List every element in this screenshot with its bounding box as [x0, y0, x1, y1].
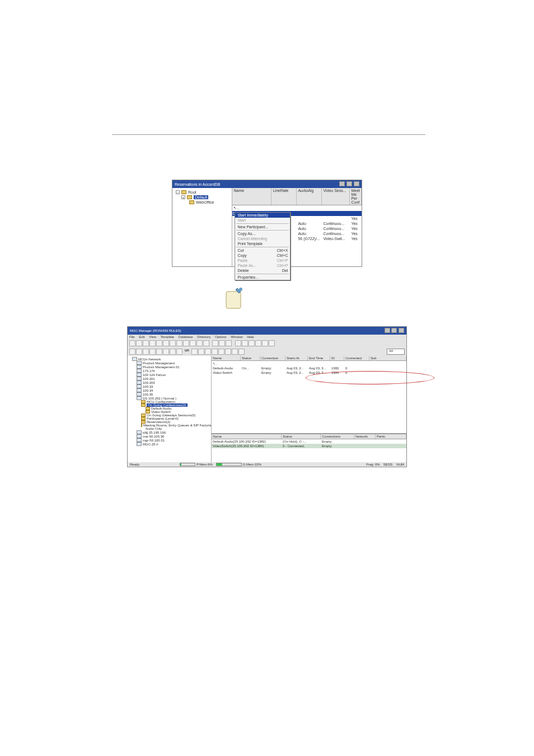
menu-window[interactable]: Window [231, 335, 242, 339]
col-audioalg[interactable]: AudioAlg [297, 188, 322, 205]
toolbar-button[interactable] [232, 349, 238, 355]
menu-copy[interactable]: CopyCtrl+C [235, 253, 290, 258]
maximize-button[interactable] [346, 181, 352, 186]
tree-weboffice[interactable]: WebOffice [174, 200, 231, 205]
menu-edit[interactable]: Edit [139, 335, 144, 339]
menu-options[interactable]: Options [215, 335, 227, 339]
menu-view[interactable]: View [149, 335, 156, 339]
grid-up-row[interactable]: ↖.. [212, 361, 406, 366]
menu-help[interactable]: Help [247, 335, 254, 339]
col-name[interactable]: Name [232, 188, 271, 205]
toolbar-button[interactable] [255, 340, 261, 346]
toolbar-button[interactable] [149, 349, 156, 355]
tree-item[interactable]: 100.201 [129, 377, 210, 381]
menu-properties[interactable]: Properties... [235, 275, 290, 280]
toolbar-button[interactable] [149, 340, 156, 346]
menu-database[interactable]: Database [179, 335, 193, 339]
toolbar-button[interactable] [143, 349, 149, 355]
toolbar-button[interactable] [212, 340, 218, 346]
collapse-icon[interactable]: − [176, 190, 180, 194]
toolbar-button[interactable] [269, 340, 275, 346]
toolbar-button[interactable] [238, 349, 245, 355]
toolbar-button[interactable] [129, 340, 135, 346]
minimize-button[interactable] [339, 181, 345, 186]
lower-row[interactable]: Default-Audio(25.100.202 ID=1382) (On Ho… [212, 439, 406, 444]
col-name[interactable]: Name [212, 356, 241, 360]
col-name[interactable]: Name [212, 434, 282, 439]
menu-new-participant[interactable]: New Participant... [235, 224, 290, 229]
toolbar-button[interactable] [129, 349, 135, 355]
toolbar-button[interactable] [170, 349, 176, 355]
minimize-button[interactable] [385, 328, 390, 333]
menu-start-immediately[interactable]: Start Immediately [235, 213, 290, 218]
tree-item[interactable]: 100.203 [129, 381, 210, 384]
col-network[interactable]: Network [354, 434, 376, 439]
col-linerate[interactable]: LineRate [271, 188, 297, 205]
tree-item[interactable]: DS 100.202 ( Normal ) [129, 396, 210, 400]
tree-root[interactable]: MCUs Network [129, 357, 210, 361]
close-button[interactable] [399, 328, 404, 333]
tree-item[interactable]: MGC-25 il [129, 442, 210, 446]
toolbar-button[interactable] [170, 340, 176, 346]
toolbar-button[interactable] [176, 349, 182, 355]
toolbar-button[interactable] [262, 340, 268, 346]
menu-delete[interactable]: DeleteDel [235, 268, 290, 273]
toolbar-button[interactable] [249, 340, 255, 346]
tree-item[interactable]: 100.33 [129, 384, 210, 388]
toolbar-button[interactable] [203, 340, 209, 346]
tree-root[interactable]: − Root [174, 190, 231, 195]
col-conntype[interactable]: Connections [321, 434, 354, 439]
filter-dropdown[interactable]: All [387, 349, 405, 355]
col-status[interactable]: Status [282, 434, 321, 439]
menu-directory[interactable]: Directory [197, 335, 210, 339]
close-button[interactable] [354, 181, 359, 186]
menu-copy-as[interactable]: Copy As... [235, 231, 290, 236]
col-endtime[interactable]: End Time [308, 356, 330, 360]
tree-item[interactable]: 100.35 [129, 392, 210, 396]
toolbar-button[interactable] [143, 340, 149, 346]
toolbar-button[interactable] [136, 349, 142, 355]
tree-item[interactable]: mgr-50.100.31 [129, 438, 210, 442]
up-row[interactable]: ↖.. [232, 205, 362, 211]
toolbar-button[interactable] [212, 349, 218, 355]
col-sub[interactable]: Sub [369, 356, 406, 360]
toolbar-button[interactable] [191, 349, 198, 355]
col-connection[interactable]: Connection [260, 356, 285, 360]
maximize-button[interactable] [391, 328, 397, 333]
lower-row[interactable]: VideoSwitch(25.100.202 ID=1384) 0 - Conn… [212, 444, 406, 448]
menu-print-template[interactable]: Print Template [235, 241, 290, 246]
toolbar-button[interactable] [198, 349, 204, 355]
toolbar-button[interactable] [163, 349, 169, 355]
toolbar-button[interactable] [226, 340, 232, 346]
toolbar-button[interactable] [183, 340, 189, 346]
toolbar-button[interactable] [190, 340, 196, 346]
tree-item[interactable]: Meeting Rooms, Entry Queues & SIP Factor… [129, 424, 210, 427]
col-connected[interactable]: Connected [344, 356, 369, 360]
toolbar-button[interactable] [196, 340, 203, 346]
menu-template[interactable]: Template [161, 335, 174, 339]
toolbar-button[interactable] [242, 340, 248, 346]
toolbar-button[interactable] [176, 340, 182, 346]
toolbar-button[interactable] [156, 340, 162, 346]
toolbar-button[interactable] [225, 349, 231, 355]
toolbar-button[interactable] [205, 349, 211, 355]
tree-item[interactable]: idiğ 25.195.196 [129, 430, 210, 434]
tree-item[interactable]: 100.34 [129, 388, 210, 392]
grid-row[interactable]: Default-Audio On... Empty; Aug 03, 2... … [212, 366, 406, 370]
tree-item[interactable]: mai-50.100.30 [129, 434, 210, 438]
tree-item[interactable]: Product Management 01 [129, 365, 210, 369]
toolbar-button[interactable] [156, 349, 162, 355]
tree-item[interactable]: Product Management [129, 361, 210, 365]
toolbar-button[interactable] [136, 340, 142, 346]
col-videosess[interactable]: Video Sess... [322, 188, 350, 205]
col-id[interactable]: ID [330, 356, 344, 360]
col-partic[interactable]: Partic [376, 434, 406, 439]
toolbar-button[interactable] [219, 340, 225, 346]
tree-default[interactable]: + Default [174, 195, 231, 200]
col-starts[interactable]: Starts At [285, 356, 308, 360]
col-meetme[interactable]: Meet Me Per Conf [350, 188, 362, 205]
tree-item[interactable]: 175.179 [129, 369, 210, 373]
toolbar-button[interactable] [235, 340, 241, 346]
toolbar-button[interactable] [163, 340, 169, 346]
expand-icon[interactable]: + [181, 195, 185, 199]
